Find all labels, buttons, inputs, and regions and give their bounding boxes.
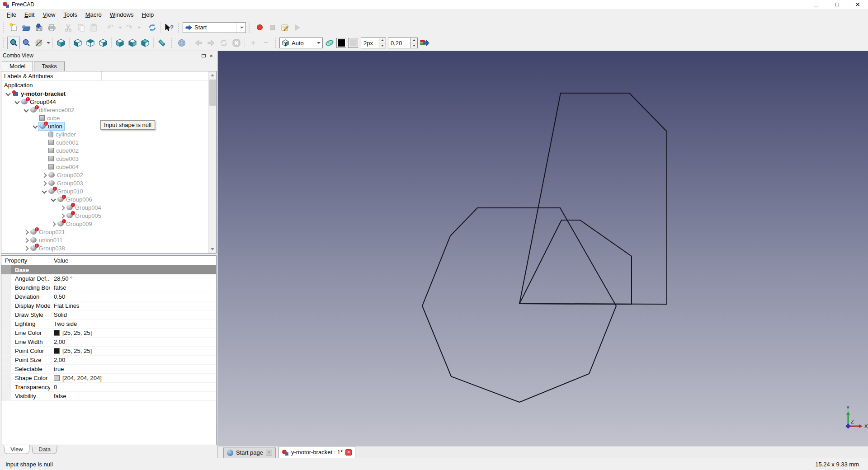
property-value[interactable]: [25, 25, 25]	[50, 347, 216, 355]
property-row-draw-style[interactable]: Draw StyleSolid	[1, 310, 216, 320]
wireframe-shape-1[interactable]	[519, 93, 667, 304]
menu-item-windows[interactable]: Windows	[106, 10, 138, 19]
property-row-transparency[interactable]: Transparency0	[1, 383, 216, 392]
refresh-button[interactable]	[146, 21, 159, 34]
tree-item-Group002[interactable]: Group002	[1, 171, 216, 179]
spin-up-button[interactable]	[411, 38, 417, 43]
tree-item-union011[interactable]: union011	[1, 236, 216, 244]
chevron-right-icon[interactable]	[23, 237, 29, 243]
tree-item-Group005[interactable]: !Group005	[1, 212, 216, 220]
draw-style-dropdown-button[interactable]	[45, 37, 51, 49]
menu-item-help[interactable]: Help	[138, 10, 158, 19]
property-value[interactable]: 28,50 °	[50, 274, 216, 283]
property-value[interactable]: Flat Lines	[50, 301, 216, 310]
macro-stop-button[interactable]	[266, 21, 278, 34]
fit-selection-button[interactable]	[20, 37, 33, 49]
property-value[interactable]: [25, 25, 25]	[50, 329, 216, 337]
property-row-point-size[interactable]: Point Size2,00	[1, 356, 216, 365]
tree-item-body[interactable]: cube004	[47, 163, 80, 171]
tree-item-body[interactable]: !Group005	[66, 212, 103, 220]
undo-dropdown-button[interactable]	[117, 21, 123, 34]
web-back-button[interactable]	[192, 37, 205, 49]
chevron-right-icon[interactable]	[59, 204, 66, 211]
line-color-swatch-button[interactable]	[336, 38, 346, 48]
tree-item-body[interactable]: !Group044	[20, 98, 58, 106]
undo-button[interactable]: ↶	[104, 21, 117, 34]
property-row-angular-def-[interactable]: Angular Def...28,50 °	[1, 274, 216, 283]
wireframe-shape-3[interactable]	[519, 220, 632, 304]
macro-play-button[interactable]	[291, 21, 304, 34]
tree-item-body[interactable]: y-motor-bracket	[11, 90, 67, 98]
window-maximize-button[interactable]	[826, 0, 847, 9]
property-value[interactable]: Solid	[50, 310, 216, 319]
tree-item-body[interactable]: !Group004	[66, 204, 103, 212]
chevron-right-icon[interactable]	[41, 172, 47, 178]
tree-item-body[interactable]: !Group009	[57, 220, 94, 228]
paste-button[interactable]	[87, 21, 100, 34]
tree-item-body[interactable]: cube	[38, 114, 61, 122]
menu-item-view[interactable]: View	[38, 10, 59, 19]
tree-item-Group021[interactable]: !Group021	[1, 228, 216, 236]
wireframe-shape-2[interactable]	[422, 208, 616, 402]
macro-record-button[interactable]	[253, 21, 266, 34]
tree-item-y-motor-bracket[interactable]: y-motor-bracket	[1, 89, 216, 98]
tab-close-button[interactable]: ×	[266, 450, 272, 456]
tab-tasks[interactable]: Tasks	[34, 61, 64, 71]
spin-down-button[interactable]	[379, 43, 386, 48]
property-value[interactable]: false	[50, 283, 216, 292]
tree-item-body[interactable]: cube001	[47, 139, 80, 146]
property-value[interactable]: 0	[50, 383, 216, 391]
chevron-down-icon[interactable]	[23, 107, 29, 113]
tree-item-cube004[interactable]: cube004	[1, 163, 216, 171]
property-value[interactable]: true	[50, 365, 216, 373]
fit-all-button[interactable]	[7, 37, 20, 49]
scroll-down-button[interactable]	[209, 245, 216, 253]
apply-style-button[interactable]	[418, 37, 431, 49]
scroll-up-button[interactable]	[209, 71, 216, 79]
3d-viewport[interactable]: YXZ	[218, 51, 868, 446]
tree-item-Group010[interactable]: !Group010	[1, 187, 216, 195]
document-tab-y-motor-bracket[interactable]: y-motor-bracket : 1*×	[278, 446, 355, 458]
view-bottom-button[interactable]	[126, 37, 139, 49]
tree-item-body[interactable]: !Group006	[57, 196, 94, 203]
tree-item-body[interactable]: !Group010	[47, 188, 85, 195]
menu-item-file[interactable]: File	[3, 10, 20, 19]
menu-item-edit[interactable]: Edit	[20, 10, 38, 19]
property-row-point-color[interactable]: Point Color[25, 25, 25]	[1, 347, 216, 356]
tree-item-body[interactable]: !union	[38, 122, 64, 130]
view-left-button[interactable]	[139, 37, 151, 49]
zoom-out-button[interactable]: −	[259, 37, 272, 49]
web-forward-button[interactable]	[205, 37, 217, 49]
view-right-button[interactable]	[97, 37, 109, 49]
link-override-button[interactable]	[323, 37, 336, 49]
property-group-base[interactable]: Base	[1, 265, 216, 274]
web-home-button[interactable]	[175, 37, 188, 49]
cut-button[interactable]	[62, 21, 75, 34]
chevron-down-icon[interactable]	[41, 188, 47, 194]
tree-item-Group004[interactable]: !Group004	[1, 203, 216, 212]
property-row-selectable[interactable]: Selectabletrue	[1, 365, 216, 374]
chevron-right-icon[interactable]	[23, 245, 29, 251]
measure-button[interactable]	[156, 37, 168, 49]
redo-dropdown-button[interactable]	[136, 21, 142, 34]
chevron-down-icon[interactable]	[5, 90, 11, 97]
property-row-line-color[interactable]: Line Color[25, 25, 25]	[1, 329, 216, 338]
draw-style-button[interactable]	[33, 37, 45, 49]
tree-item-body[interactable]: cylinder	[47, 131, 78, 138]
property-value[interactable]: Two side	[50, 320, 216, 328]
tree-item-Group006[interactable]: !Group006	[1, 195, 216, 203]
workbench-selector[interactable]: Start	[183, 22, 246, 33]
web-refresh-button[interactable]	[217, 37, 230, 49]
tree-item-body[interactable]: Group002	[47, 171, 85, 179]
new-document-button[interactable]	[7, 21, 20, 34]
property-row-display-mode[interactable]: Display ModeFlat Lines	[1, 301, 216, 310]
property-value[interactable]: 0,50	[50, 292, 216, 301]
property-row-deviation[interactable]: Deviation0,50	[1, 292, 216, 301]
window-minimize-button[interactable]	[806, 0, 826, 9]
view-front-button[interactable]	[71, 37, 84, 49]
view-top-button[interactable]	[84, 37, 97, 49]
open-document-button[interactable]	[20, 21, 33, 34]
whats-this-button[interactable]: ?	[163, 21, 175, 34]
property-row-shape-color[interactable]: Shape Color[204, 204, 204]	[1, 374, 216, 383]
tree-item-body[interactable]: !Group038	[29, 244, 67, 252]
